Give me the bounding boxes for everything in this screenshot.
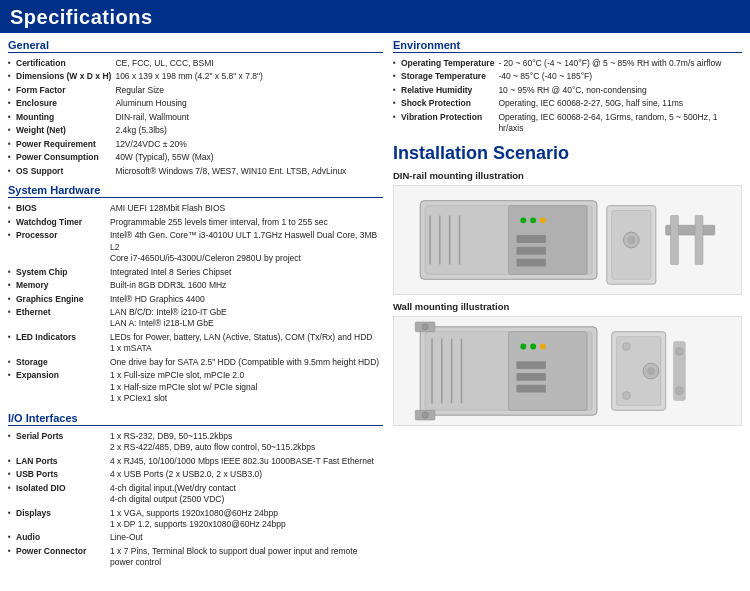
environment-section-title: Environment	[393, 39, 742, 53]
spec-value: 106 x 139 x 198 mm (4.2" x 5.8" x 7.8")	[113, 70, 383, 83]
table-row: MountingDIN-rail, Wallmount	[8, 111, 383, 124]
spec-label: Certification	[8, 57, 113, 70]
table-row: EnclosureAluminum Housing	[8, 97, 383, 110]
svg-point-28	[530, 343, 536, 349]
spec-label: Power Requirement	[8, 138, 113, 151]
spec-label: Watchdog Timer	[8, 216, 108, 229]
svg-point-8	[530, 217, 536, 223]
svg-point-9	[540, 217, 546, 223]
svg-point-45	[676, 386, 684, 394]
table-row: System ChipIntegrated Intel 8 Series Chi…	[8, 266, 383, 279]
spec-label: Ethernet	[8, 306, 108, 331]
general-section-title: General	[8, 39, 383, 53]
svg-rect-12	[516, 258, 545, 266]
installation-title: Installation Scenario	[393, 144, 742, 164]
spec-value: Programmable 255 levels timer interval, …	[108, 216, 383, 229]
table-row: MemoryBuilt-in 8GB DDR3L 1600 MHz	[8, 279, 383, 292]
spec-value: 2.4kg (5.3lbs)	[113, 124, 383, 137]
table-row: CertificationCE, FCC, UL, CCC, BSMI	[8, 57, 383, 70]
spec-value: CE, FCC, UL, CCC, BSMI	[113, 57, 383, 70]
svg-rect-19	[695, 215, 703, 264]
spec-label: Expansion	[8, 369, 108, 405]
spec-label: Storage Temperature	[393, 70, 496, 83]
environment-table: Operating Temperature- 20 ~ 60°C (-4 ~ 1…	[393, 57, 742, 136]
spec-label: Enclosure	[8, 97, 113, 110]
system-hardware-table: BIOSAMI UEFI 128Mbit Flash BIOSWatchdog …	[8, 202, 383, 406]
spec-label: Power Connector	[8, 545, 108, 570]
svg-rect-18	[671, 215, 679, 264]
svg-rect-11	[516, 246, 545, 254]
spec-value: 12V/24VDC ± 20%	[113, 138, 383, 151]
table-row: LED IndicatorsLEDs for Power, battery, L…	[8, 331, 383, 356]
table-row: AudioLine-Out	[8, 531, 383, 544]
spec-label: Operating Temperature	[393, 57, 496, 70]
din-rail-svg	[394, 186, 741, 294]
spec-label: Serial Ports	[8, 430, 108, 455]
table-row: Displays1 x VGA, supports 1920x1080@60Hz…	[8, 507, 383, 532]
spec-value: 10 ~ 95% RH @ 40°C, non-condensing	[496, 84, 742, 97]
table-row: Weight (Net)2.4kg (5.3lbs)	[8, 124, 383, 137]
spec-label: Mounting	[8, 111, 113, 124]
table-row: Operating Temperature- 20 ~ 60°C (-4 ~ 1…	[393, 57, 742, 70]
spec-label: BIOS	[8, 202, 108, 215]
spec-value: 1 x RS-232, DB9, 50~115.2kbps2 x RS-422/…	[108, 430, 383, 455]
spec-label: OS Support	[8, 165, 113, 178]
svg-point-7	[520, 217, 526, 223]
spec-value: Operating, IEC 60068-2-27, 50G, half sin…	[496, 97, 742, 110]
spec-value: Integrated Intel 8 Series Chipset	[108, 266, 383, 279]
svg-rect-30	[516, 361, 545, 369]
spec-label: System Chip	[8, 266, 108, 279]
spec-value: 4-ch digital input.(Wet/dry contact4-ch …	[108, 482, 383, 507]
table-row: Relative Humidity10 ~ 95% RH @ 40°C, non…	[393, 84, 742, 97]
spec-value: Microsoft® Windows 7/8, WES7, WIN10 Ent.…	[113, 165, 383, 178]
svg-rect-26	[509, 331, 588, 410]
table-row: ProcessorIntel® 4th Gen. Core™ i3-4010U …	[8, 229, 383, 265]
svg-rect-10	[516, 235, 545, 243]
spec-value: LAN B/C/D: Intel® i210-IT GbELAN A: Inte…	[108, 306, 383, 331]
spec-label: Vibration Protection	[393, 111, 496, 136]
page-header: Specifications	[0, 0, 750, 33]
spec-label: Storage	[8, 356, 108, 369]
spec-value: Intel® HD Graphics 4400	[108, 293, 383, 306]
spec-value: 1 x VGA, supports 1920x1080@60Hz 24bpp1 …	[108, 507, 383, 532]
table-row: StorageOne drive bay for SATA 2.5" HDD (…	[8, 356, 383, 369]
page-title: Specifications	[10, 6, 153, 29]
table-row: LAN Ports4 x RJ45, 10/100/1000 Mbps IEEE…	[8, 455, 383, 468]
spec-value: Built-in 8GB DDR3L 1600 MHz	[108, 279, 383, 292]
spec-value: Aluminum Housing	[113, 97, 383, 110]
table-row: Dimensions (W x D x H)106 x 139 x 198 mm…	[8, 70, 383, 83]
spec-value: LEDs for Power, battery, LAN (Active, St…	[108, 331, 383, 356]
table-row: Storage Temperature-40 ~ 85°C (-40 ~ 185…	[393, 70, 742, 83]
svg-point-39	[622, 342, 630, 350]
table-row: Form FactorRegular Size	[8, 84, 383, 97]
table-row: Power Consumption40W (Typical), 55W (Max…	[8, 151, 383, 164]
spec-value: AMI UEFI 128Mbit Flash BIOS	[108, 202, 383, 215]
table-row: Power Requirement12V/24VDC ± 20%	[8, 138, 383, 151]
page-wrapper: Specifications General CertificationCE, …	[0, 0, 750, 591]
spec-value: 4 x RJ45, 10/100/1000 Mbps IEEE 802.3u 1…	[108, 455, 383, 468]
left-column: General CertificationCE, FCC, UL, CCC, B…	[8, 39, 383, 570]
table-row: OS SupportMicrosoft® Windows 7/8, WES7, …	[8, 165, 383, 178]
spec-label: Displays	[8, 507, 108, 532]
system-hardware-section-title: System Hardware	[8, 184, 383, 198]
spec-label: Dimensions (W x D x H)	[8, 70, 113, 83]
svg-point-29	[540, 343, 546, 349]
spec-value: Regular Size	[113, 84, 383, 97]
spec-label: USB Ports	[8, 468, 108, 481]
spec-value: 40W (Typical), 55W (Max)	[113, 151, 383, 164]
main-content: General CertificationCE, FCC, UL, CCC, B…	[0, 33, 750, 574]
spec-value: 4 x USB Ports (2 x USB2.0, 2 x USB3.0)	[108, 468, 383, 481]
spec-value: DIN-rail, Wallmount	[113, 111, 383, 124]
table-row: Expansion1 x Full-size mPCIe slot, mPCIe…	[8, 369, 383, 405]
din-rail-subtitle: DIN-rail mounting illustration	[393, 170, 742, 181]
spec-label: Processor	[8, 229, 108, 265]
svg-rect-32	[516, 384, 545, 392]
svg-point-36	[422, 412, 428, 418]
wall-mount-svg	[394, 317, 741, 425]
spec-label: Weight (Net)	[8, 124, 113, 137]
din-rail-image	[393, 185, 742, 295]
spec-value: 1 x Full-size mPCIe slot, mPCIe 2.01 x H…	[108, 369, 383, 405]
table-row: Isolated DIO4-ch digital input.(Wet/dry …	[8, 482, 383, 507]
spec-value: - 20 ~ 60°C (-4 ~ 140°F) @ 5 ~ 85% RH wi…	[496, 57, 742, 70]
spec-label: Graphics Engine	[8, 293, 108, 306]
